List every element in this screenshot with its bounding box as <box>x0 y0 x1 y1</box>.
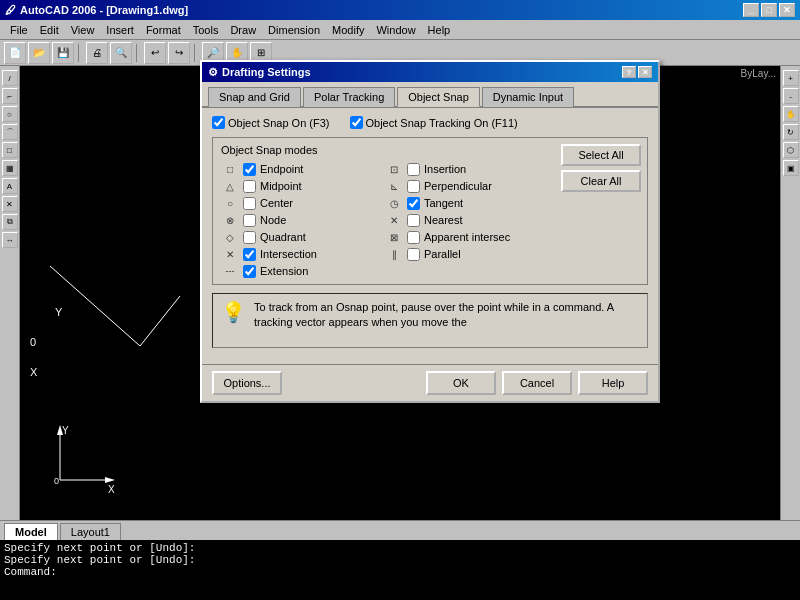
intersection-icon: ✕ <box>221 247 239 261</box>
apparent-intersec-checkbox[interactable] <box>407 231 420 244</box>
node-icon: ⊗ <box>221 213 239 227</box>
extension-icon: --- <box>221 264 239 278</box>
osnap-tracking-label: Object Snap Tracking On (F11) <box>366 117 518 129</box>
intersection-checkbox[interactable] <box>243 248 256 261</box>
parallel-checkbox[interactable] <box>407 248 420 261</box>
snap-parallel: ∥ Parallel <box>385 247 539 261</box>
quadrant-label: Quadrant <box>260 231 306 243</box>
dialog-title: Drafting Settings <box>222 66 311 78</box>
snap-endpoint: □ Endpoint <box>221 162 375 176</box>
parallel-label: Parallel <box>424 248 461 260</box>
parallel-icon: ∥ <box>385 247 403 261</box>
dialog-help-button[interactable]: ? <box>622 66 636 78</box>
tab-object-snap[interactable]: Object Snap <box>397 87 480 107</box>
snap-node: ⊗ Node <box>221 213 375 227</box>
snap-tangent: ◷ Tangent <box>385 196 539 210</box>
center-checkbox[interactable] <box>243 197 256 210</box>
snap-center: ○ Center <box>221 196 375 210</box>
perpendicular-icon: ⊾ <box>385 179 403 193</box>
midpoint-checkbox[interactable] <box>243 180 256 193</box>
dialog-content: Object Snap On (F3) Object Snap Tracking… <box>202 108 658 364</box>
midpoint-icon: △ <box>221 179 239 193</box>
perpendicular-checkbox[interactable] <box>407 180 420 193</box>
snap-apparent-intersec: ⊠ Apparent intersec <box>385 230 539 244</box>
tangent-checkbox[interactable] <box>407 197 420 210</box>
clear-all-button[interactable]: Clear All <box>561 170 641 192</box>
nearest-icon: ✕ <box>385 213 403 227</box>
cancel-button[interactable]: Cancel <box>502 371 572 395</box>
options-button[interactable]: Options... <box>212 371 282 395</box>
description-box: 💡 To track from an Osnap point, pause ov… <box>212 293 648 348</box>
dialog-titlebar: ⚙ Drafting Settings ? ✕ <box>202 62 658 82</box>
osnap-on-checkbox[interactable] <box>212 116 225 129</box>
select-all-button[interactable]: Select All <box>561 144 641 166</box>
apparent-intersec-icon: ⊠ <box>385 230 403 244</box>
help-button[interactable]: Help <box>578 371 648 395</box>
center-label: Center <box>260 197 293 209</box>
quadrant-checkbox[interactable] <box>243 231 256 244</box>
drafting-settings-dialog: ⚙ Drafting Settings ? ✕ Snap and Grid Po… <box>200 60 660 403</box>
endpoint-checkbox[interactable] <box>243 163 256 176</box>
insertion-label: Insertion <box>424 163 466 175</box>
dialog-icon: ⚙ <box>208 66 218 79</box>
tab-dynamic-input[interactable]: Dynamic Input <box>482 87 574 107</box>
extension-label: Extension <box>260 265 308 277</box>
node-label: Node <box>260 214 286 226</box>
node-checkbox[interactable] <box>243 214 256 227</box>
perpendicular-label: Perpendicular <box>424 180 492 192</box>
endpoint-icon: □ <box>221 162 239 176</box>
tangent-label: Tangent <box>424 197 463 209</box>
insertion-checkbox[interactable] <box>407 163 420 176</box>
snap-insertion: ⊡ Insertion <box>385 162 539 176</box>
snap-extension: --- Extension <box>221 264 375 278</box>
nearest-label: Nearest <box>424 214 463 226</box>
intersection-label: Intersection <box>260 248 317 260</box>
bulb-icon: 💡 <box>221 300 246 324</box>
osnap-tracking-checkbox[interactable] <box>350 116 363 129</box>
insertion-icon: ⊡ <box>385 162 403 176</box>
ok-button[interactable]: OK <box>426 371 496 395</box>
dialog-footer: Options... OK Cancel Help <box>202 364 658 401</box>
osnap-tracking-check-label[interactable]: Object Snap Tracking On (F11) <box>350 116 518 129</box>
osnap-on-check-label[interactable]: Object Snap On (F3) <box>212 116 330 129</box>
quadrant-icon: ◇ <box>221 230 239 244</box>
dialog-overlay: ⚙ Drafting Settings ? ✕ Snap and Grid Po… <box>0 0 800 600</box>
apparent-intersec-label: Apparent intersec <box>424 231 510 243</box>
osnap-on-label: Object Snap On (F3) <box>228 117 330 129</box>
dialog-close-button[interactable]: ✕ <box>638 66 652 78</box>
snap-nearest: ✕ Nearest <box>385 213 539 227</box>
snap-perpendicular: ⊾ Perpendicular <box>385 179 539 193</box>
snap-midpoint: △ Midpoint <box>221 179 375 193</box>
dialog-tabs: Snap and Grid Polar Tracking Object Snap… <box>202 82 658 108</box>
header-checks: Object Snap On (F3) Object Snap Tracking… <box>212 116 648 129</box>
extension-checkbox[interactable] <box>243 265 256 278</box>
snap-quadrant: ◇ Quadrant <box>221 230 375 244</box>
snap-modes-group: Object Snap modes Select All Clear All □… <box>212 137 648 285</box>
center-icon: ○ <box>221 196 239 210</box>
tab-polar-tracking[interactable]: Polar Tracking <box>303 87 395 107</box>
tangent-icon: ◷ <box>385 196 403 210</box>
midpoint-label: Midpoint <box>260 180 302 192</box>
tab-snap-grid[interactable]: Snap and Grid <box>208 87 301 107</box>
description-text: To track from an Osnap point, pause over… <box>254 300 639 331</box>
nearest-checkbox[interactable] <box>407 214 420 227</box>
endpoint-label: Endpoint <box>260 163 303 175</box>
snap-intersection: ✕ Intersection <box>221 247 375 261</box>
